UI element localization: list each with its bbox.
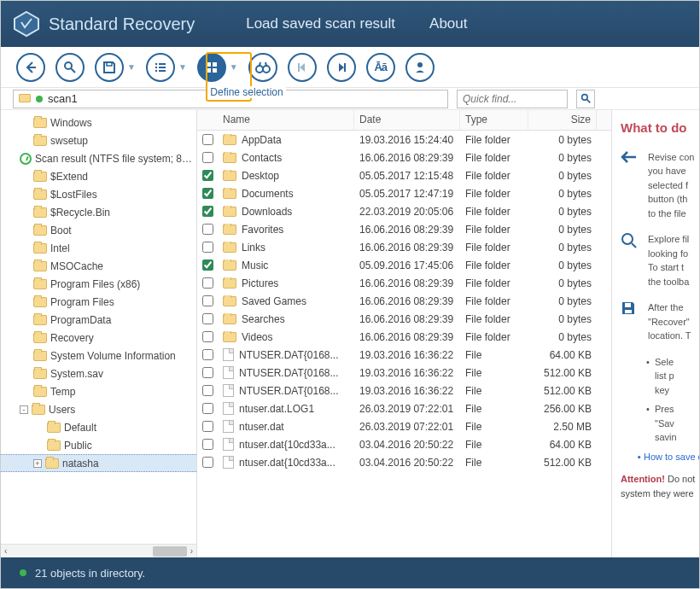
file-size: 64.00 KB (528, 349, 597, 361)
tree-item-label: Boot (50, 225, 196, 236)
tree-toggle-icon[interactable]: - (20, 405, 28, 414)
tree-item[interactable]: -Users (1, 400, 196, 418)
svg-marker-17 (300, 63, 305, 72)
file-row[interactable]: Pictures16.06.2016 08:29:39File folder0 … (197, 274, 611, 292)
quick-find-input[interactable] (457, 90, 568, 108)
file-row[interactable]: Favorites16.06.2016 08:29:39File folder0… (197, 220, 611, 238)
folder-icon (223, 153, 236, 163)
file-checkbox[interactable] (202, 224, 213, 235)
case-button[interactable]: Āā (366, 53, 395, 82)
file-checkbox[interactable] (202, 152, 213, 163)
folder-icon (223, 296, 236, 306)
file-size: 256.00 KB (528, 403, 597, 415)
tree-item[interactable]: Program Files (x86) (1, 275, 196, 293)
file-checkbox[interactable] (202, 295, 213, 306)
file-checkbox[interactable] (202, 242, 213, 253)
tree-item[interactable]: System Volume Information (1, 347, 196, 364)
column-name[interactable]: Name (218, 110, 354, 130)
tree-h-scrollbar[interactable]: ‹› (1, 544, 196, 557)
file-checkbox[interactable] (202, 349, 213, 360)
file-checkbox[interactable] (202, 170, 213, 181)
file-row[interactable]: Searches16.06.2016 08:29:39File folder0 … (197, 310, 611, 328)
tree-item[interactable]: MSOCache (1, 257, 196, 275)
file-checkbox[interactable] (202, 403, 213, 414)
file-row[interactable]: Documents05.05.2017 12:47:19File folder0… (197, 184, 611, 202)
tree-item[interactable]: swsetup (1, 131, 196, 149)
list-dropdown-icon[interactable]: ▼ (178, 62, 187, 72)
file-checkbox[interactable] (202, 206, 213, 217)
file-row[interactable]: Contacts16.06.2016 08:29:39File folder0 … (197, 149, 611, 166)
file-row[interactable]: NTUSER.DAT{0168...19.03.2016 16:36:22Fil… (197, 346, 611, 364)
column-size[interactable]: Size (528, 110, 597, 130)
tree-item[interactable]: Recovery (1, 329, 196, 347)
file-checkbox[interactable] (202, 260, 213, 271)
menu-load-saved[interactable]: Load saved scan result (246, 15, 395, 32)
column-date[interactable]: Date (354, 110, 460, 130)
file-icon (223, 402, 234, 415)
define-selection-button[interactable] (197, 53, 226, 82)
tree-item-label: Users (49, 404, 196, 416)
tree-item[interactable]: ProgramData (1, 311, 196, 329)
file-checkbox[interactable] (202, 331, 213, 342)
tree-item[interactable]: Windows (1, 114, 196, 131)
file-checkbox[interactable] (202, 134, 213, 145)
file-row[interactable]: Links16.06.2016 08:29:39File folder0 byt… (197, 238, 611, 256)
user-button[interactable] (405, 53, 435, 82)
tree-toggle-icon[interactable]: + (33, 459, 42, 468)
file-row[interactable]: NTUSER.DAT{0168...19.03.2016 16:36:22Fil… (197, 382, 611, 399)
file-row[interactable]: ntuser.dat26.03.2019 07:22:01File2.50 MB (197, 417, 611, 435)
tree-item[interactable]: Default (1, 418, 196, 436)
quick-find-button[interactable] (576, 90, 595, 108)
path-input[interactable]: scan1 (13, 90, 448, 108)
file-checkbox[interactable] (202, 277, 213, 289)
folder-icon (223, 278, 236, 289)
file-checkbox[interactable] (202, 457, 213, 468)
file-size: 0 bytes (528, 260, 597, 271)
tree-item[interactable]: $Extend (1, 167, 196, 185)
tree-item[interactable]: Public (1, 436, 196, 454)
file-row[interactable]: ntuser.dat{10cd33a...03.04.2016 20:50:22… (197, 453, 611, 471)
save-dropdown-icon[interactable]: ▼ (127, 62, 136, 72)
file-name: Music (242, 260, 268, 271)
file-checkbox[interactable] (202, 385, 213, 396)
search-button[interactable] (55, 53, 85, 82)
file-row[interactable]: Music05.09.2016 17:45:06File folder0 byt… (197, 256, 611, 274)
back-button[interactable] (16, 53, 45, 82)
column-type[interactable]: Type (460, 110, 528, 130)
list-button[interactable] (146, 53, 175, 82)
file-checkbox[interactable] (202, 188, 213, 199)
file-row[interactable]: Videos16.06.2016 08:29:39File folder0 by… (197, 328, 611, 346)
tree-item[interactable]: System.sav (1, 364, 196, 382)
file-row[interactable]: AppData19.03.2016 15:24:40File folder0 b… (197, 131, 611, 149)
file-checkbox[interactable] (202, 313, 213, 324)
selection-dropdown-icon[interactable]: ▼ (230, 62, 238, 72)
folder-icon (223, 171, 236, 181)
file-row[interactable]: ntuser.dat{10cd33a...03.04.2016 20:50:22… (197, 435, 611, 453)
binoculars-button[interactable] (248, 53, 277, 82)
file-checkbox[interactable] (202, 421, 213, 432)
prev-button[interactable] (288, 53, 317, 82)
file-checkbox[interactable] (202, 367, 213, 378)
tree-item[interactable]: Boot (1, 221, 196, 239)
tree-item[interactable]: Program Files (1, 293, 196, 311)
tree-item[interactable]: +natasha (1, 454, 196, 472)
tree-item[interactable]: $LostFiles (1, 185, 196, 203)
tree-item[interactable]: $Recycle.Bin (1, 203, 196, 221)
column-checkbox[interactable] (197, 110, 218, 130)
help-link[interactable]: How to save da (638, 450, 696, 464)
tree-item[interactable]: Intel (1, 239, 196, 257)
status-dot-icon (20, 569, 26, 576)
file-row[interactable]: Downloads22.03.2019 20:05:06File folder0… (197, 202, 611, 220)
app-header: Standard Recovery Load saved scan result… (1, 1, 699, 47)
help-panel: What to do Revise con you have selected … (612, 110, 699, 557)
tree-item[interactable]: Temp (1, 382, 196, 400)
file-row[interactable]: Saved Games16.06.2016 08:29:39File folde… (197, 292, 611, 310)
file-row[interactable]: ntuser.dat.LOG126.03.2019 07:22:01File25… (197, 399, 611, 417)
save-button[interactable] (95, 53, 124, 82)
tree-item[interactable]: Scan result (NTFS file system; 81.67 GB) (1, 149, 196, 167)
menu-about[interactable]: About (429, 15, 467, 32)
file-row[interactable]: Desktop05.05.2017 12:15:48File folder0 b… (197, 166, 611, 184)
file-checkbox[interactable] (202, 439, 213, 450)
next-button[interactable] (327, 53, 356, 82)
file-row[interactable]: NTUSER.DAT{0168...19.03.2016 16:36:22Fil… (197, 364, 611, 382)
